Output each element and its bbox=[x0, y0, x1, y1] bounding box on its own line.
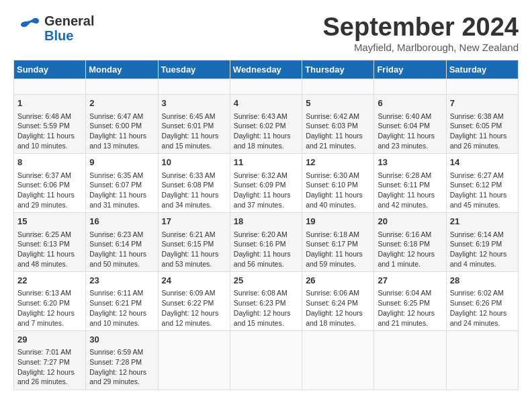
sunset-text: Sunset: 6:00 PM bbox=[89, 122, 142, 130]
logo-text: General Blue bbox=[44, 13, 94, 43]
sunrise-text: Sunrise: 6:45 AM bbox=[162, 112, 216, 120]
sunrise-text: Sunrise: 6:30 AM bbox=[306, 171, 359, 179]
day-number: 4 bbox=[234, 97, 298, 109]
calendar-table: Sunday Monday Tuesday Wednesday Thursday… bbox=[13, 60, 519, 390]
sunset-text: Sunset: 6:19 PM bbox=[450, 240, 502, 248]
daylight-text: Daylight: 11 hours and 23 minutes. bbox=[378, 132, 435, 150]
sunrise-text: Sunrise: 6:18 AM bbox=[306, 230, 359, 238]
sunset-text: Sunset: 5:59 PM bbox=[17, 122, 70, 130]
sunset-text: Sunset: 6:18 PM bbox=[378, 240, 430, 248]
calendar-cell: 2 Sunrise: 6:47 AM Sunset: 6:00 PM Dayli… bbox=[86, 95, 158, 154]
sunset-text: Sunset: 6:16 PM bbox=[234, 240, 286, 248]
calendar-cell bbox=[374, 331, 446, 390]
sunset-text: Sunset: 6:09 PM bbox=[234, 181, 286, 189]
col-wednesday: Wednesday bbox=[230, 60, 302, 79]
sunrise-text: Sunrise: 6:20 AM bbox=[234, 230, 287, 238]
col-friday: Friday bbox=[374, 60, 446, 79]
day-number: 21 bbox=[450, 216, 515, 228]
day-number: 20 bbox=[378, 216, 442, 228]
sunrise-text: Sunrise: 6:11 AM bbox=[89, 289, 143, 297]
sunset-text: Sunset: 7:27 PM bbox=[17, 358, 70, 366]
sunrise-text: Sunrise: 6:08 AM bbox=[234, 289, 287, 297]
daylight-text: Daylight: 11 hours and 56 minutes. bbox=[234, 250, 291, 268]
calendar-cell bbox=[230, 331, 302, 390]
calendar-cell: 24 Sunrise: 6:09 AM Sunset: 6:22 PM Dayl… bbox=[158, 272, 230, 331]
sunrise-text: Sunrise: 6:35 AM bbox=[89, 171, 143, 179]
daylight-text: Daylight: 12 hours and 4 minutes. bbox=[450, 250, 507, 268]
sunrise-text: Sunrise: 6:38 AM bbox=[450, 112, 504, 120]
calendar-cell: 22 Sunrise: 6:13 AM Sunset: 6:20 PM Dayl… bbox=[14, 272, 86, 331]
daylight-text: Daylight: 12 hours and 7 minutes. bbox=[17, 309, 75, 327]
calendar-cell: 25 Sunrise: 6:08 AM Sunset: 6:23 PM Dayl… bbox=[230, 272, 302, 331]
calendar-cell: 11 Sunrise: 6:32 AM Sunset: 6:09 PM Dayl… bbox=[230, 154, 302, 213]
sunset-text: Sunset: 6:25 PM bbox=[378, 299, 430, 307]
day-number: 14 bbox=[450, 156, 515, 169]
sunset-text: Sunset: 6:23 PM bbox=[234, 299, 286, 307]
calendar-cell bbox=[14, 79, 86, 95]
day-number: 22 bbox=[17, 275, 82, 287]
sunrise-text: Sunrise: 6:43 AM bbox=[234, 112, 287, 120]
calendar-cell bbox=[302, 331, 374, 390]
day-number: 8 bbox=[17, 156, 82, 169]
sunset-text: Sunset: 6:11 PM bbox=[378, 181, 430, 189]
sunrise-text: Sunrise: 6:42 AM bbox=[306, 112, 359, 120]
day-number: 28 bbox=[450, 275, 515, 287]
sunset-text: Sunset: 6:03 PM bbox=[306, 122, 358, 130]
daylight-text: Daylight: 12 hours and 10 minutes. bbox=[89, 309, 146, 327]
sunrise-text: Sunrise: 6:47 AM bbox=[89, 112, 143, 120]
daylight-text: Daylight: 12 hours and 24 minutes. bbox=[450, 309, 507, 327]
daylight-text: Daylight: 11 hours and 15 minutes. bbox=[162, 132, 219, 150]
day-number: 19 bbox=[306, 216, 370, 228]
col-thursday: Thursday bbox=[302, 60, 374, 79]
calendar-cell bbox=[230, 79, 302, 95]
day-number: 9 bbox=[89, 156, 154, 169]
day-number: 6 bbox=[378, 97, 442, 109]
sunrise-text: Sunrise: 6:28 AM bbox=[378, 171, 431, 179]
sunrise-text: Sunrise: 6:25 AM bbox=[17, 230, 71, 238]
calendar-cell: 1 Sunrise: 6:48 AM Sunset: 5:59 PM Dayli… bbox=[14, 95, 86, 154]
calendar-header-row: Sunday Monday Tuesday Wednesday Thursday… bbox=[14, 60, 519, 79]
daylight-text: Daylight: 12 hours and 29 minutes. bbox=[89, 368, 146, 386]
calendar-cell: 12 Sunrise: 6:30 AM Sunset: 6:10 PM Dayl… bbox=[302, 154, 374, 213]
sunset-text: Sunset: 6:21 PM bbox=[89, 299, 142, 307]
day-number: 15 bbox=[17, 216, 82, 228]
sunset-text: Sunset: 6:01 PM bbox=[162, 122, 214, 130]
calendar-cell: 28 Sunrise: 6:02 AM Sunset: 6:26 PM Dayl… bbox=[446, 272, 518, 331]
sunset-text: Sunset: 6:07 PM bbox=[89, 181, 142, 189]
day-number: 3 bbox=[162, 97, 226, 109]
daylight-text: Daylight: 11 hours and 26 minutes. bbox=[450, 132, 507, 150]
calendar-week-row: 15 Sunrise: 6:25 AM Sunset: 6:13 PM Dayl… bbox=[14, 213, 519, 272]
calendar-cell bbox=[158, 331, 230, 390]
daylight-text: Daylight: 11 hours and 59 minutes. bbox=[306, 250, 363, 268]
col-saturday: Saturday bbox=[446, 60, 518, 79]
col-tuesday: Tuesday bbox=[158, 60, 230, 79]
calendar-cell: 19 Sunrise: 6:18 AM Sunset: 6:17 PM Dayl… bbox=[302, 213, 374, 272]
day-number: 11 bbox=[234, 156, 298, 169]
calendar-cell: 10 Sunrise: 6:33 AM Sunset: 6:08 PM Dayl… bbox=[158, 154, 230, 213]
calendar-week-row: 1 Sunrise: 6:48 AM Sunset: 5:59 PM Dayli… bbox=[14, 95, 519, 154]
daylight-text: Daylight: 12 hours and 21 minutes. bbox=[378, 309, 435, 327]
calendar-week-row: 22 Sunrise: 6:13 AM Sunset: 6:20 PM Dayl… bbox=[14, 272, 519, 331]
calendar-cell bbox=[374, 79, 446, 95]
calendar-cell: 20 Sunrise: 6:16 AM Sunset: 6:18 PM Dayl… bbox=[374, 213, 446, 272]
day-number: 18 bbox=[234, 216, 298, 228]
month-title: September 2024 bbox=[323, 13, 519, 42]
calendar-cell bbox=[86, 79, 158, 95]
sunset-text: Sunset: 6:15 PM bbox=[162, 240, 214, 248]
daylight-text: Daylight: 11 hours and 37 minutes. bbox=[234, 191, 291, 209]
calendar-cell: 16 Sunrise: 6:23 AM Sunset: 6:14 PM Dayl… bbox=[86, 213, 158, 272]
sunrise-text: Sunrise: 6:16 AM bbox=[378, 230, 431, 238]
calendar-cell: 3 Sunrise: 6:45 AM Sunset: 6:01 PM Dayli… bbox=[158, 95, 230, 154]
daylight-text: Daylight: 11 hours and 48 minutes. bbox=[17, 250, 75, 268]
sunrise-text: Sunrise: 6:09 AM bbox=[162, 289, 216, 297]
calendar-cell: 21 Sunrise: 6:14 AM Sunset: 6:19 PM Dayl… bbox=[446, 213, 518, 272]
calendar-cell: 15 Sunrise: 6:25 AM Sunset: 6:13 PM Dayl… bbox=[14, 213, 86, 272]
calendar-cell: 26 Sunrise: 6:06 AM Sunset: 6:24 PM Dayl… bbox=[302, 272, 374, 331]
day-number: 27 bbox=[378, 275, 442, 287]
sunrise-text: Sunrise: 6:13 AM bbox=[17, 289, 71, 297]
calendar-cell: 8 Sunrise: 6:37 AM Sunset: 6:06 PM Dayli… bbox=[14, 154, 86, 213]
sunset-text: Sunset: 6:14 PM bbox=[89, 240, 142, 248]
sunset-text: Sunset: 6:17 PM bbox=[306, 240, 358, 248]
daylight-text: Daylight: 11 hours and 29 minutes. bbox=[17, 191, 75, 209]
sunrise-text: Sunrise: 6:48 AM bbox=[17, 112, 71, 120]
